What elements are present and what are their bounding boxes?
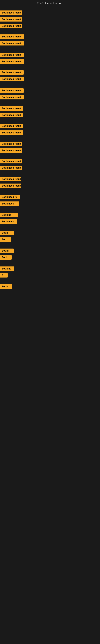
bottleneck-badge-container-12: Bottleneck result xyxy=(0,106,23,112)
bottleneck-badge[interactable]: Bottleneck result xyxy=(0,53,24,57)
bottleneck-badge[interactable]: Bottlene xyxy=(0,213,18,217)
bottleneck-badge-container-32: Bottle xyxy=(0,284,12,290)
bottleneck-badge-container-8: Bottleneck result xyxy=(0,70,24,76)
bottleneck-badge-container-13: Bottleneck result xyxy=(0,113,23,118)
bottleneck-badge-container-10: Bottleneck result xyxy=(0,88,24,94)
bottleneck-badge[interactable]: Bottleneck result xyxy=(0,24,22,28)
bottleneck-badge[interactable]: B xyxy=(0,273,8,278)
bottleneck-badge-container-9: Bottleneck result xyxy=(0,77,24,82)
bottleneck-badge[interactable]: Bottleneck result xyxy=(0,88,24,93)
bottleneck-badge[interactable]: Bottleneck result xyxy=(0,177,21,181)
bottleneck-badge-container-29: Bottl xyxy=(0,255,12,260)
bottleneck-badge-container-19: Bottleneck result xyxy=(0,166,22,171)
bottleneck-badge[interactable]: Bottleneck result xyxy=(0,159,22,164)
bottleneck-badge-container-30: Bottlene xyxy=(0,266,14,272)
bottleneck-badge-container-31: B xyxy=(0,273,8,278)
bottleneck-badge[interactable]: Bottleneck result xyxy=(0,130,23,135)
bottleneck-badge[interactable]: Bottleneck result xyxy=(0,106,23,111)
bottleneck-badge[interactable]: Bottleneck result xyxy=(0,142,22,146)
bottleneck-badge-container-18: Bottleneck result xyxy=(0,159,22,164)
bottleneck-badge-container-26: Bottle xyxy=(0,231,14,236)
bottleneck-badge-container-3: Bottleneck result xyxy=(0,24,22,29)
bottleneck-badge[interactable]: Bottle xyxy=(0,231,14,235)
bottleneck-badge[interactable]: Bottlene xyxy=(0,266,14,271)
bottleneck-badge[interactable]: Bottleneck r xyxy=(0,202,19,206)
bottleneck-badge[interactable]: Bottleneck result xyxy=(0,10,22,15)
bottleneck-badge[interactable]: Bottleneck result xyxy=(0,34,24,39)
bottleneck-badge-container-5: Bottleneck result xyxy=(0,41,24,46)
bottleneck-badge[interactable]: Bottler xyxy=(0,248,14,253)
site-title: TheBottlenecker.com xyxy=(0,0,100,6)
bottleneck-badge-container-15: Bottleneck result xyxy=(0,130,23,136)
bottleneck-badge[interactable]: Bottleneck result xyxy=(0,113,23,117)
bottleneck-badge-container-20: Bottleneck result xyxy=(0,177,21,182)
bottleneck-badge-container-4: Bottleneck result xyxy=(0,34,24,40)
bottleneck-badge[interactable]: Bottleneck result xyxy=(0,95,24,100)
bottleneck-badge[interactable]: Bottleneck result xyxy=(0,124,23,128)
bottleneck-badge-container-2: Bottleneck result xyxy=(0,17,22,22)
bottleneck-badge-container-22: Bottleneck re xyxy=(0,195,20,200)
bottleneck-badge[interactable]: Bottleneck result xyxy=(0,17,22,22)
bottleneck-badge-container-11: Bottleneck result xyxy=(0,95,24,100)
bottleneck-badge[interactable]: Bottl xyxy=(0,255,12,260)
bottleneck-badge-container-14: Bottleneck result xyxy=(0,124,23,129)
bottleneck-badge-container-17: Bottleneck result xyxy=(0,148,22,154)
bottleneck-badge[interactable]: Bottleneck result xyxy=(0,184,21,188)
bottleneck-badge[interactable]: Bottleneck re xyxy=(0,195,20,199)
bottleneck-badge-container-24: Bottlene xyxy=(0,213,18,218)
bottleneck-badge-container-16: Bottleneck result xyxy=(0,142,22,147)
bottleneck-badge[interactable]: Bottleneck xyxy=(0,219,17,224)
bottleneck-badge-container-25: Bottleneck xyxy=(0,219,17,224)
bottleneck-badge-container-7: Bottleneck result xyxy=(0,59,24,64)
bottleneck-badge[interactable]: Bottleneck result xyxy=(0,148,22,153)
bottleneck-badge[interactable]: Bo xyxy=(0,237,11,242)
bottleneck-badge[interactable]: Bottleneck result xyxy=(0,77,24,81)
bottleneck-badge[interactable]: Bottleneck result xyxy=(0,59,24,64)
bottleneck-badge[interactable]: Bottleneck result xyxy=(0,41,24,46)
bottleneck-badge-container-27: Bo xyxy=(0,237,11,242)
bottleneck-badge-container-1: Bottleneck result xyxy=(0,10,22,16)
bottleneck-badge-container-28: Bottler xyxy=(0,248,14,254)
bottleneck-badge-container-6: Bottleneck result xyxy=(0,53,24,58)
bottleneck-badge-container-23: Bottleneck r xyxy=(0,202,19,207)
bottleneck-badge[interactable]: Bottleneck result xyxy=(0,166,22,170)
bottleneck-badge[interactable]: Bottleneck result xyxy=(0,70,24,75)
bottleneck-badge-container-21: Bottleneck result xyxy=(0,184,21,189)
bottleneck-badge[interactable]: Bottle xyxy=(0,284,12,289)
